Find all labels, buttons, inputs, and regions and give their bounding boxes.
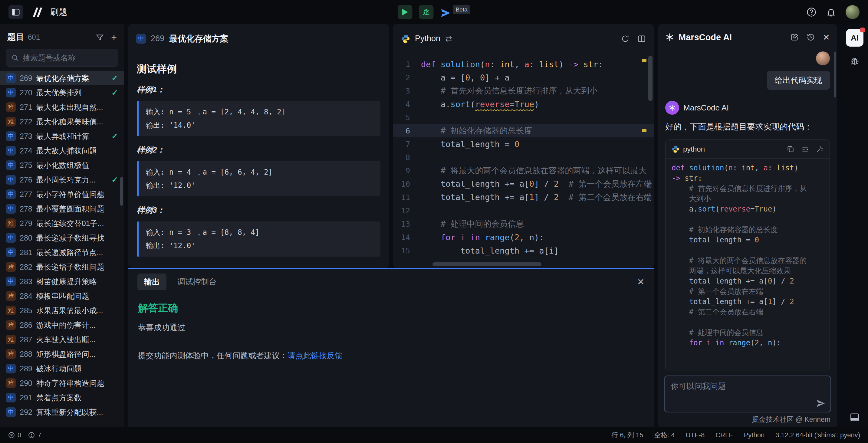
warnings-icon[interactable] [28, 432, 35, 439]
ai-scrollbar[interactable] [834, 52, 836, 97]
debug-button[interactable] [419, 5, 433, 19]
check-icon: ✓ [112, 88, 118, 97]
difficulty-badge: 难 [6, 117, 16, 126]
list-item[interactable]: 难290神奇字符串构造问题 [0, 376, 124, 390]
search-input[interactable] [23, 54, 120, 62]
error-count[interactable]: 0 [18, 431, 21, 439]
feedback-bug-icon[interactable] [850, 56, 860, 66]
insert-code-icon[interactable] [801, 145, 809, 153]
difficulty-badge: 中 [6, 393, 16, 403]
list-item[interactable]: 中275最小化数组极值 [0, 158, 124, 172]
list-item[interactable]: 中280最长递减子数组寻找 [0, 230, 124, 245]
code-line: 11 total_length += a[1] / 2 # 第二个会员放在右端 [393, 191, 654, 204]
magic-wand-icon[interactable] [816, 145, 824, 153]
switch-language-icon[interactable]: ⇄ [445, 34, 452, 43]
interpreter[interactable]: 3.12.2 64-bit ('shims': pyenv) [775, 431, 860, 439]
problem-title: 最大化未出现自然... [36, 102, 103, 112]
sidebar-scrollbar[interactable] [120, 177, 123, 206]
list-item[interactable]: 难284模板串匹配问题 [0, 289, 124, 303]
list-item[interactable]: 中292算珠重新分配以获... [0, 405, 124, 419]
indentation[interactable]: 空格: 4 [654, 431, 675, 440]
notifications-icon[interactable] [826, 7, 836, 17]
problem-id: 280 [20, 233, 32, 242]
problem-id: 275 [20, 161, 32, 170]
problem-id: 274 [20, 147, 32, 155]
copy-icon[interactable] [786, 145, 795, 153]
code-line: a.sort(reverse=True) [672, 204, 824, 214]
list-item[interactable]: 中270最大优美排列✓ [0, 85, 124, 100]
list-item[interactable]: 中273最大异或和计算✓ [0, 129, 124, 144]
list-item[interactable]: 中269最优化存储方案✓ [0, 71, 124, 85]
toggle-panel-icon[interactable] [849, 412, 860, 422]
problem-id: 292 [20, 408, 32, 417]
errors-icon[interactable] [8, 432, 15, 439]
problem-title: 火车驶入驶出顺... [36, 335, 96, 345]
list-item[interactable]: 难286游戏中的伤害计... [0, 318, 124, 332]
ai-input-box[interactable] [664, 376, 831, 412]
ai-launcher-button[interactable]: AI [846, 29, 864, 46]
problem-id: 287 [20, 335, 32, 344]
marscode-logo[interactable] [31, 7, 42, 17]
paper-plane-icon [440, 7, 451, 19]
example-output: 输出: '12.0' [146, 179, 373, 192]
tab-debug-console[interactable]: 调试控制台 [177, 277, 217, 287]
close-icon[interactable]: ✕ [823, 32, 830, 42]
problem-title: 最大化糖果美味值... [36, 117, 103, 127]
list-item[interactable]: 难279最长连续交替01子... [0, 216, 124, 230]
history-icon[interactable] [807, 33, 815, 41]
example-input: 输入: n = 5 ，a = [2, 4, 4, 8, 2] [146, 105, 373, 119]
list-item[interactable]: 中277最小字符单价值问题 [0, 187, 124, 201]
list-item[interactable]: 中289破冰行动问题 [0, 361, 124, 376]
warning-count[interactable]: 7 [37, 431, 41, 439]
avatar[interactable] [846, 5, 860, 19]
split-view-icon[interactable] [638, 34, 646, 43]
sidebar-toggle-button[interactable] [8, 5, 23, 19]
sidebar-toggle-icon [11, 7, 20, 17]
cursor-position[interactable]: 行 6, 列 15 [611, 431, 643, 440]
help-icon[interactable] [806, 7, 816, 17]
new-chat-icon[interactable] [790, 33, 799, 41]
editor-scrollbar[interactable] [648, 56, 652, 101]
list-item[interactable]: 难285水果店果篮最小成... [0, 303, 124, 318]
code-editor[interactable]: 1def solution(n: int, a: list) -> str:2 … [393, 53, 654, 268]
list-item[interactable]: 难287火车驶入驶出顺... [0, 332, 124, 347]
difficulty-badge: 难 [6, 320, 16, 330]
filter-icon[interactable] [96, 33, 104, 41]
difficulty-badge: 难 [6, 262, 16, 272]
feedback-link[interactable]: 请点此链接反馈 [287, 351, 343, 360]
submit-button[interactable] [440, 6, 451, 19]
encoding[interactable]: UTF-8 [686, 431, 705, 439]
list-item[interactable]: 中283树苗健康提升策略 [0, 274, 124, 289]
language-mode[interactable]: Python [744, 431, 765, 439]
list-item[interactable]: 难272最大化糖果美味值... [0, 115, 124, 129]
ai-header: MarsCode AI ✕ [658, 24, 837, 50]
ai-panel-title: MarsCode AI [679, 32, 732, 42]
user-message: 给出代码实现 [665, 52, 830, 90]
problem-id: 285 [20, 306, 32, 315]
list-item[interactable]: 中276最小周长巧克力...✓ [0, 172, 124, 187]
list-item[interactable]: 中274最大敌人捕获问题 [0, 144, 124, 158]
list-item[interactable]: 难282最长递增子数组问题 [0, 260, 124, 274]
close-icon[interactable]: ✕ [637, 277, 645, 287]
line-number: 8 [393, 153, 421, 162]
ai-input[interactable] [671, 381, 812, 407]
add-icon[interactable]: + [111, 32, 117, 42]
list-item[interactable]: 难271最大化未出现自然... [0, 100, 124, 115]
send-icon[interactable] [816, 399, 826, 408]
search-box[interactable] [6, 49, 118, 67]
list-item[interactable]: 中278最小覆盖圆面积问题 [0, 201, 124, 216]
problem-id: 277 [20, 190, 32, 199]
difficulty-badge: 难 [6, 306, 16, 315]
marscode-ai-icon [665, 33, 674, 42]
list-item[interactable]: 中291禁着点方案数 [0, 390, 124, 405]
list-item[interactable]: 中281最长递减路径节点... [0, 245, 124, 260]
example-input: 输入: n = 4 ，a = [6, 6, 4, 2] [146, 165, 373, 179]
nav-practice[interactable]: 刷题 [50, 6, 67, 18]
reset-code-icon[interactable] [621, 34, 629, 43]
run-button[interactable] [398, 5, 412, 19]
tab-output[interactable]: 输出 [137, 274, 166, 290]
eol-sequence[interactable]: CRLF [715, 431, 733, 439]
editor-horizontal-scrollbar[interactable] [433, 262, 541, 266]
list-item[interactable]: 难288矩形棋盘路径问... [0, 347, 124, 361]
activity-bar: AI [841, 24, 868, 427]
